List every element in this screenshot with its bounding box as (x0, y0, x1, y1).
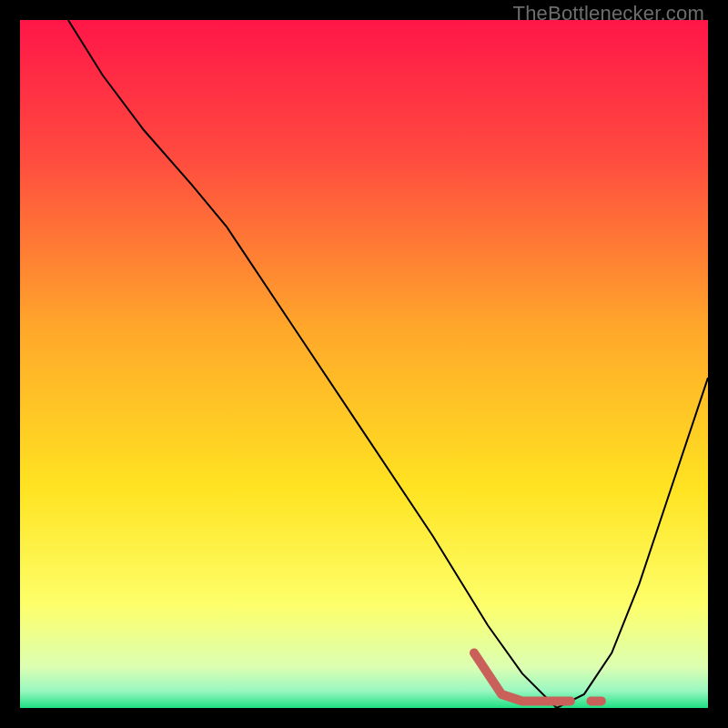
bottleneck-chart (20, 20, 708, 708)
chart-background (20, 20, 708, 708)
chart-frame (20, 20, 708, 708)
